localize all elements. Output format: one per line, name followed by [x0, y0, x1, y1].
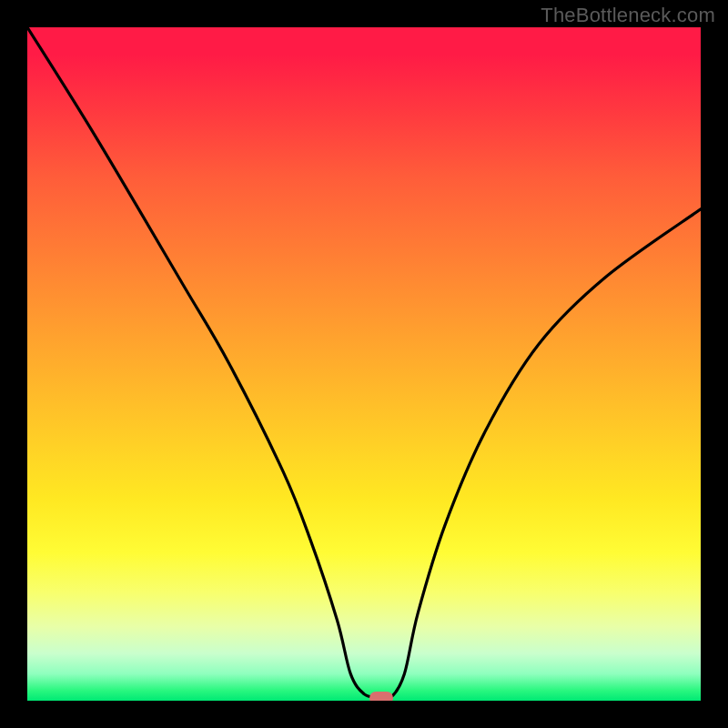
chart-frame: TheBottleneck.com — [0, 0, 728, 728]
plot-area — [27, 27, 701, 701]
watermark-text: TheBottleneck.com — [541, 4, 715, 27]
optimum-marker — [369, 692, 393, 701]
bottleneck-curve — [27, 27, 701, 701]
